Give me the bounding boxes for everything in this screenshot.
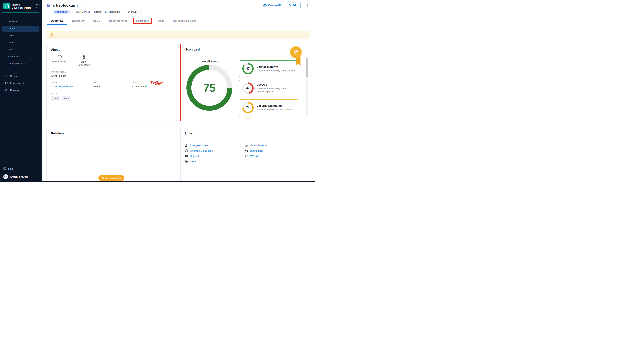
portal-logo-icon [3,3,10,9]
sidebar-item-create-new[interactable]: + Create [0,73,42,80]
star-icon[interactable]: ☆ [82,4,84,7]
owner-field: OWNER account/team-a [51,82,92,88]
sidebar-item-create[interactable]: Create [0,32,42,39]
group-icon [245,144,248,147]
link-label[interactable]: Website [250,155,259,158]
scorecard-item-devops[interactable]: 47 DevOps Measures the reliability of th… [239,80,298,96]
type-field: TYPE service [92,82,132,88]
brand-accent-divider [2,12,39,13]
link-label[interactable]: Examples Users [190,144,208,147]
sidebar-item-workflows[interactable]: Workflows [0,53,42,60]
link-label[interactable]: Example Group [250,144,268,147]
tag-chip[interactable]: data [62,96,71,101]
tab-overview[interactable]: Overview [47,18,67,25]
sidebar-item-apis[interactable]: APIs [0,46,42,53]
warning-banner [46,31,310,39]
link-example-group: Example Group [245,143,306,148]
edit-button[interactable]: ✎ Edit [286,2,300,8]
help-label: Help [8,168,14,170]
scorecard-scrollbar[interactable] [306,58,308,117]
type-text: Type : Service [74,10,90,13]
gear-icon: ⚙ [5,88,8,92]
tab-pagerduty[interactable]: pagerduty [67,18,89,25]
scorecard-item-security-standards[interactable]: 74 Security Standards Measures how secur… [239,99,298,116]
view-yaml-button[interactable]: View YAML [263,4,282,7]
about-actions: VIEW SOURCE VIEW TECHDOCS [51,55,172,66]
owner-label: OWNER [51,82,92,84]
dot-separator: • [92,11,92,13]
sidebar-item-overview[interactable]: Overview [0,18,42,25]
link-alerts: Alerts [185,159,245,164]
about-card: About VIEW SOURCE VIEW TECHDOCS DESCRIPT… [46,44,176,120]
links-title: Links [185,132,306,135]
tag-chip[interactable]: java [51,96,60,101]
owner-link[interactable]: account/team-a [51,85,92,88]
scope-label: Scope : [94,10,102,13]
link-label[interactable]: Dashboard [250,149,263,152]
scorecard-card: Scorecard Gold Tier Overall Score 75 [180,44,310,121]
kebab-menu-icon[interactable]: ⋮ [305,3,310,8]
sidebar-item-label: Configure [10,89,21,92]
tab-harness-api-docs[interactable]: Harness API Docs [168,18,200,25]
scorecard-desc: Measures the reliability of this service [256,69,295,72]
dot-separator: • [122,11,122,13]
bottom-scrollbar[interactable] [0,181,315,182]
sidebar-item-environments[interactable]: Environments [0,80,42,87]
tab-docs[interactable]: Docs [154,18,168,25]
sidebar-item-configure[interactable]: ⚙ Configure [0,87,42,94]
scorecard-desc: Measures how secure the service is [256,108,293,111]
user-profile[interactable]: KS Khushi Sharma [3,174,39,179]
cards-grid: About VIEW SOURCE VIEW TECHDOCS DESCRIPT… [46,44,310,182]
tab-scorecard[interactable]: Scorecard [132,18,154,25]
scorecard-name: Security Standards [256,104,293,107]
relations-node-artist-lookup[interactable]: ⚙ artist-lookup [98,175,124,181]
tag-chips: java data [51,96,172,101]
scrollbar-thumb[interactable] [306,58,308,77]
user-name: Khushi Sharma [10,176,28,178]
type-label: TYPE [92,82,132,84]
scope-value: testautoidp [108,10,120,13]
kind-badge: Component [53,10,70,14]
scorecard-name: DevOps [256,83,295,86]
view-yaml-label: View YAML [268,4,282,7]
overall-score-label: Overall Score [186,60,232,63]
help-button[interactable]: ? Help [3,167,39,170]
score-donut: 87 [242,63,254,74]
view-source-button[interactable]: VIEW SOURCE [51,55,68,66]
link-label[interactable]: Support [190,155,199,158]
scorecard-item-service-maturity[interactable]: 87 Service Maturity Measures the reliabi… [239,60,298,77]
page-title: artist-lookup [52,3,75,8]
relations-title: Relations [51,132,172,135]
sidebar-item-catalog[interactable]: Catalog [0,25,42,32]
scorecard-list[interactable]: 87 Service Maturity Measures the reliabi… [239,56,298,120]
branch-icon [128,11,130,13]
branch-label: main [131,10,136,13]
type-value: service [92,85,132,88]
view-techdocs-button[interactable]: VIEW TECHDOCS [75,55,92,66]
document-icon [82,55,86,59]
warning-icon [50,33,54,36]
link-label[interactable]: Alerts [190,160,196,163]
tab-cicd[interactable]: CI/CD [89,18,105,25]
overall-score-value: 75 [203,82,216,94]
copy-icon[interactable] [77,4,80,7]
link-label[interactable]: Link with Cloud Icon [190,149,213,152]
sidebar-item-developer-docs[interactable]: Developer docs [0,60,42,67]
apps-grid-icon[interactable] [36,4,40,8]
description-field: DESCRIPTION Artist Lookup [51,71,172,77]
relations-card: Relations ⚙ artist-lookup [46,128,176,182]
entity-gear-icon: ⚙ [46,3,50,8]
scorecard-name: Service Maturity [256,65,295,68]
svg-text:?: ? [4,168,5,169]
tab-dependencies[interactable]: Dependencies [105,18,132,25]
link-support: ? Support [185,154,245,159]
link-website: Website [245,154,306,159]
node-label: artist-lookup [106,177,121,180]
score-donut: 74 [242,102,254,113]
sidebar-item-docs[interactable]: Docs [0,39,42,46]
lifecycle-field: LIFECYCLE experimental [132,82,172,88]
branch-selector[interactable]: main ▾ [126,10,140,14]
donut-hole: 75 [192,70,228,106]
owner-value: account/team-a [55,85,73,88]
score-value: 87 [244,64,252,73]
